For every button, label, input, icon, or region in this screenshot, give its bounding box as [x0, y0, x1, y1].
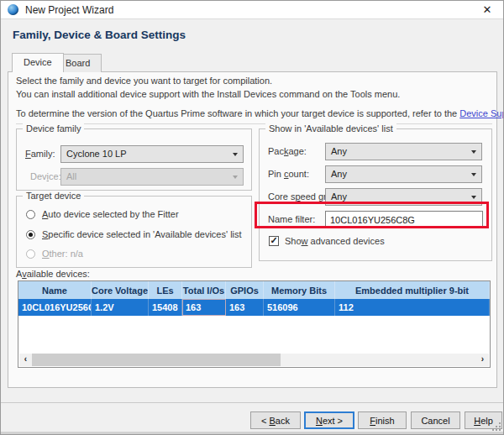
scrollbar-thumb[interactable] [32, 354, 281, 366]
window-title: New Project Wizard [25, 1, 113, 19]
chevron-down-icon [233, 176, 238, 179]
radio-auto-label: Auto device selected by the Fitter [42, 209, 179, 219]
table-row-selected-device[interactable]: 10CL016YU256C8G 1.2V 15408 163 163 51609… [18, 299, 490, 316]
name-filter-input[interactable] [325, 211, 483, 228]
cell-total-ios[interactable]: 163 [182, 299, 226, 316]
cell-name[interactable]: 10CL016YU256C8G [18, 299, 92, 316]
quartus-app-icon [8, 4, 18, 15]
col-header-les: LEs [149, 281, 182, 299]
cell-core-voltage[interactable]: 1.2V [92, 299, 149, 316]
new-project-wizard-dialog: New Project Wizard ✕ Family, Device & Bo… [0, 0, 504, 435]
intro-line-1: Select the family and device you want to… [16, 76, 272, 86]
horizontal-scrollbar[interactable]: ‹ › [19, 354, 489, 366]
titlebar[interactable]: New Project Wizard ✕ [1, 1, 503, 19]
col-header-core-voltage: Core Voltage [92, 281, 149, 299]
cell-les[interactable]: 15408 [149, 299, 182, 316]
page-title: Family, Device & Board Settings [13, 29, 186, 41]
finish-button[interactable]: Finish [358, 411, 407, 429]
col-header-total-ios: Total I/Os [182, 281, 226, 299]
pin-count-label: Pin count: [268, 165, 309, 182]
radio-specific-device[interactable]: Specific device selected in 'Available d… [26, 228, 242, 240]
show-filters-group-title: Show in 'Available devices' list [265, 123, 396, 134]
target-device-group-title: Target device [23, 191, 84, 201]
radio-icon [26, 210, 35, 219]
radio-disabled-icon [26, 249, 35, 259]
window-bottom-edge [1, 432, 503, 434]
col-header-embedded-multiplier: Embedded multiplier 9-bit [335, 281, 490, 299]
col-header-name: Name [18, 281, 92, 299]
close-icon[interactable]: ✕ [475, 1, 500, 19]
scroll-left-icon[interactable]: ‹ [19, 354, 32, 366]
device-dropdown: All [60, 168, 244, 186]
show-filters-group: Show in 'Available devices' list Package… [259, 128, 492, 261]
back-button[interactable]: < Back [250, 411, 301, 429]
device-family-group-title: Device family [23, 123, 84, 134]
separator [16, 123, 492, 124]
checkbox-checked-icon [269, 236, 279, 246]
radio-other-label: Other: n/a [42, 249, 83, 259]
show-advanced-devices-checkbox[interactable]: Show advanced devices [269, 235, 385, 247]
family-dropdown[interactable]: Cyclone 10 LP [60, 145, 244, 163]
next-button[interactable]: Next > [304, 411, 354, 429]
tab-device[interactable]: Device [12, 53, 64, 72]
device-support-list-link[interactable]: Device Support List [459, 108, 504, 118]
show-advanced-devices-label: Show advanced devices [285, 236, 385, 246]
button-bar-separator [1, 402, 503, 403]
cell-embedded-multiplier[interactable]: 112 [335, 299, 490, 316]
radio-selected-icon [26, 230, 35, 239]
cell-memory-bits[interactable]: 516096 [264, 299, 335, 316]
resize-grip[interactable] [492, 422, 501, 431]
available-devices-table: Name Core Voltage LEs Total I/Os GPIOs M… [18, 280, 491, 368]
table-header-row: Name Core Voltage LEs Total I/Os GPIOs M… [18, 281, 490, 299]
package-dropdown[interactable]: Any [325, 143, 482, 160]
package-label: Package: [268, 143, 307, 160]
core-speed-grade-dropdown[interactable]: Any [325, 188, 482, 206]
intro-line-3: To determine the version of the Quartus … [16, 108, 504, 118]
chevron-down-icon [471, 150, 476, 154]
radio-other: Other: n/a [26, 248, 83, 259]
pin-count-dropdown[interactable]: Any [325, 165, 482, 183]
name-filter-label: Name filter: [268, 211, 315, 228]
col-header-memory-bits: Memory Bits [264, 281, 335, 299]
device-label: Device: [30, 168, 61, 185]
radio-specific-label: Specific device selected in 'Available d… [42, 229, 242, 239]
device-family-group: Device family Family: Cyclone 10 LP Devi… [16, 128, 252, 191]
cancel-button[interactable]: Cancel [411, 411, 460, 429]
chevron-down-icon [471, 173, 476, 176]
family-label: Family: [25, 145, 55, 162]
scroll-right-icon[interactable]: › [476, 354, 489, 366]
intro-line-2: You can install additional device suppor… [16, 89, 400, 99]
cell-gpios[interactable]: 163 [226, 299, 264, 316]
chevron-down-icon [233, 153, 238, 156]
radio-auto-device[interactable]: Auto device selected by the Fitter [26, 208, 179, 220]
col-header-gpios: GPIOs [226, 281, 264, 299]
available-devices-label: Available devices: [16, 269, 90, 279]
chevron-down-icon [471, 196, 476, 199]
target-device-group: Target device Auto device selected by th… [16, 196, 252, 268]
